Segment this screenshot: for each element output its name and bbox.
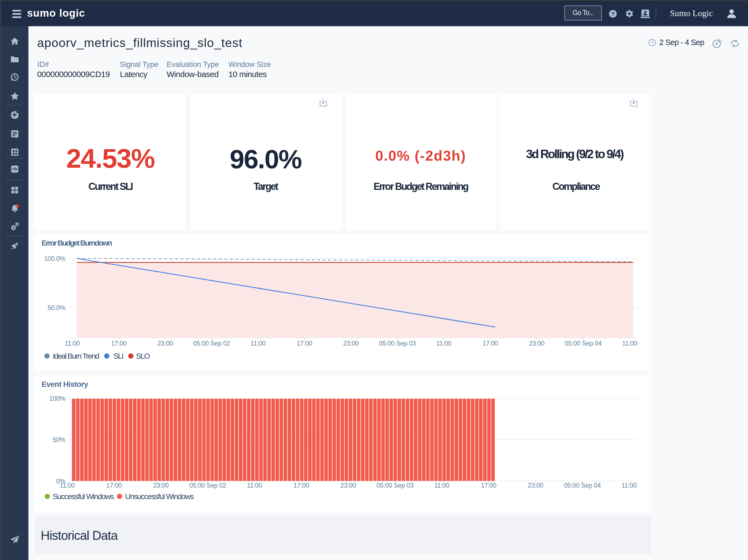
svg-text:11:00: 11:00: [251, 340, 265, 347]
svg-text:05:00 Sep 03: 05:00 Sep 03: [376, 482, 413, 489]
svg-text:50%: 50%: [53, 436, 65, 443]
svg-text:SLI: SLI: [114, 352, 123, 360]
svg-text:05:00 Sep 04: 05:00 Sep 04: [565, 340, 602, 347]
svg-text:23:00: 23:00: [341, 482, 356, 489]
svg-text:11:00: 11:00: [435, 482, 449, 489]
svg-text:11:00: 11:00: [65, 340, 80, 347]
svg-text:Successful Windows: Successful Windows: [53, 492, 114, 501]
svg-text:17:00: 17:00: [106, 482, 122, 489]
svg-text:11:00: 11:00: [436, 340, 451, 347]
svg-text:17:00: 17:00: [297, 340, 312, 347]
svg-text:23:00: 23:00: [153, 482, 168, 489]
svg-text:100.0%: 100.0%: [44, 255, 65, 262]
svg-text:?: ?: [611, 11, 614, 17]
svg-text:23:00: 23:00: [343, 340, 359, 347]
svg-text:Ideal Burn Trend: Ideal Burn Trend: [53, 352, 99, 360]
svg-text:23:00: 23:00: [529, 340, 544, 347]
svg-text:SLO: SLO: [136, 352, 150, 360]
svg-text:23:00: 23:00: [157, 340, 173, 347]
svg-text:Unsuccessful Windows: Unsuccessful Windows: [125, 492, 194, 501]
svg-text:17:00: 17:00: [483, 340, 498, 347]
svg-text:05:00 Sep 02: 05:00 Sep 02: [189, 482, 226, 489]
svg-text:05:00 Sep 03: 05:00 Sep 03: [379, 340, 416, 347]
svg-text:17:00: 17:00: [111, 340, 126, 347]
svg-text:11:00: 11:00: [622, 482, 636, 489]
svg-text:100%: 100%: [49, 395, 65, 402]
svg-text:11:00: 11:00: [622, 340, 637, 347]
svg-text:17:00: 17:00: [481, 482, 496, 489]
svg-text:05:00 Sep 02: 05:00 Sep 02: [193, 340, 230, 347]
svg-text:11:00: 11:00: [60, 482, 75, 489]
svg-text:11:00: 11:00: [247, 482, 262, 489]
svg-text:50.0%: 50.0%: [48, 304, 65, 311]
svg-text:23:00: 23:00: [528, 482, 543, 489]
svg-text:17:00: 17:00: [294, 482, 309, 489]
svg-text:05:00 Sep 04: 05:00 Sep 04: [564, 482, 601, 489]
